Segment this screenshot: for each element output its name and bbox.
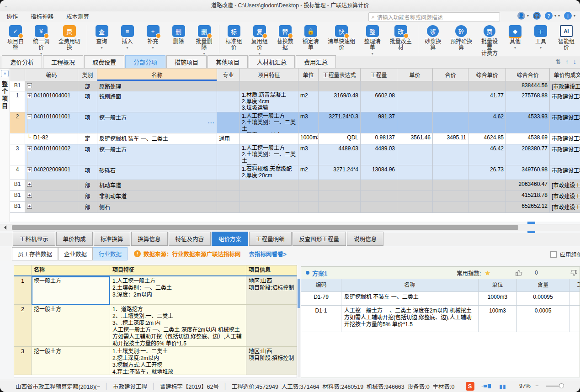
scrollbar-thumb[interactable] — [12, 225, 518, 230]
expand-toggle-icon[interactable]: + — [27, 182, 32, 187]
row-collapse-icon[interactable]: ⇅ — [555, 58, 561, 65]
subtab-员工存档数据[interactable]: 员工存档数据 — [12, 247, 58, 260]
toolbar-button-批量删除[interactable]: 删批量删除▾ — [192, 25, 217, 55]
scroll-left-arrow[interactable] — [2, 225, 6, 230]
column-header-单位[interactable]: 单位 — [298, 69, 319, 81]
expand-toggle-icon[interactable]: − — [27, 83, 32, 88]
expand-toggle-icon[interactable]: − — [27, 114, 32, 119]
left-table-scrollbar[interactable] — [298, 279, 300, 377]
tab-措施项目[interactable]: 措施项目 — [166, 55, 207, 68]
quick-access-icon[interactable]: ⌄ — [4, 0, 8, 11]
tab-费用汇总[interactable]: 费用汇总 — [296, 55, 336, 68]
expand-panel-button[interactable]: » — [1, 70, 9, 77]
subtab-行业数据[interactable]: 行业数据 — [93, 247, 128, 260]
tab-造价分析[interactable]: 造价分析 — [2, 55, 42, 68]
toolbar-button-插入[interactable]: ≡插入▾ — [115, 25, 140, 49]
column-header-工程量表达式[interactable]: 工程量表达式 — [319, 69, 361, 81]
detail-tab-换算信息[interactable]: 换算信息 — [131, 232, 168, 246]
toolbar-button-预拌砼换算[interactable]: 砼预拌砼换算 — [446, 25, 477, 55]
checkbox-icon[interactable] — [550, 251, 557, 258]
toolbar-button-标准组价[interactable]: 标标准组价 — [221, 25, 247, 55]
expand-toggle-icon[interactable]: + — [27, 204, 32, 209]
column-header-编码[interactable]: 编码 — [25, 69, 78, 81]
column-header-单价构成文件[interactable]: 单价构成文件 — [550, 69, 580, 81]
tab-分部分项[interactable]: 分部分项 — [125, 55, 165, 68]
glodon-logo-icon[interactable]: S — [466, 382, 474, 391]
move-up-icon[interactable]: ↑ — [565, 58, 569, 65]
tab-人材机汇总[interactable]: 人材机汇总 — [249, 55, 295, 68]
move-down-icon[interactable]: ↓ — [573, 58, 576, 65]
expand-toggle-icon[interactable]: + — [27, 146, 32, 151]
dropdown-caret-icon[interactable]: ▾ — [127, 46, 128, 49]
dropdown-caret-icon[interactable]: ▾ — [152, 46, 154, 49]
star-icon[interactable]: ★ — [484, 269, 490, 277]
pause-icon[interactable]: ▮▮ — [499, 383, 506, 390]
column-header-专业[interactable]: 专业 — [217, 69, 240, 81]
detail-tab-说明信息[interactable]: 说明信息 — [347, 232, 383, 246]
dropdown-caret-icon[interactable]: ▾ — [40, 52, 42, 55]
column-header-num[interactable] — [10, 69, 25, 81]
help-icon[interactable]: ? — [545, 12, 553, 20]
table-row[interactable]: 4+040202009001项砂砾石1.石料规格:天然级配 2.厚度:20cmm… — [10, 165, 580, 180]
toolbar-button-智能组价[interactable]: AI智能组价 — [553, 25, 579, 55]
column-header-综合合价[interactable]: 综合合价 — [506, 69, 550, 81]
toolbar-button-项目自检[interactable]: ✓项目自检 — [3, 25, 28, 55]
scrollbar-thumb[interactable] — [298, 279, 300, 308]
scheme-row[interactable]: 3挖一般土方1.土壤类别:一、二类土 2.挖土深度:2m以内 3.挖掘方式:人工… — [14, 347, 297, 375]
detail-tab-标准换算[interactable]: 标准换算 — [94, 232, 130, 246]
detail-tab-特征及内容[interactable]: 特征及内容 — [169, 232, 211, 246]
table-row[interactable]: B1+部非机动车道415218.78[市政建设工程] — [10, 191, 580, 202]
dropdown-caret-icon[interactable]: ▾ — [259, 52, 261, 55]
column-header-单价[interactable]: 单价 — [397, 69, 433, 81]
scheme-title[interactable]: 方案1 — [312, 269, 327, 277]
dropdown-caret-icon[interactable]: ▾ — [554, 14, 556, 18]
toolbar-button-全费用切换[interactable]: 费全费用切换 — [54, 25, 85, 55]
toolbar-button-统一调价[interactable]: ¥统一调价▾ — [28, 25, 54, 55]
tab-取费设置[interactable]: 取费设置 — [84, 55, 124, 68]
toolbar-button-删除[interactable]: 删删除 — [166, 25, 192, 49]
menu-item-协作[interactable]: 协作 — [0, 11, 24, 22]
expand-toggle-icon[interactable]: + — [27, 193, 32, 198]
dropdown-caret-icon[interactable]: ▾ — [203, 52, 205, 55]
subtab-企业数据[interactable]: 企业数据 — [58, 247, 93, 260]
quota-row[interactable]: D1-79反铲挖掘机 不装车 一、二类土1000m30.00095 — [301, 292, 580, 306]
user-avatar-icon[interactable]: 👤 — [517, 12, 525, 20]
column-header-名称[interactable]: 名称 — [97, 69, 217, 81]
column-header-项目特征[interactable]: 项目特征 — [240, 69, 298, 81]
toolbar-button-复用组价[interactable]: 复复用组价▾ — [247, 25, 272, 55]
table-row[interactable]: 3+040101001002项挖一般土方1.人工挖一般土方 2.土壤类别：一、二… — [10, 144, 580, 165]
zoom-slider-knob[interactable] — [559, 383, 564, 388]
dropdown-caret-icon[interactable]: ▾ — [574, 14, 575, 18]
table-row[interactable]: B1+部机动车道2063460.47[市政建设工程] — [10, 180, 580, 191]
toolbar-button-替换数据[interactable]: 替替换数据 — [272, 25, 298, 55]
detail-tab-工料机显示[interactable]: 工料机显示 — [13, 232, 55, 246]
table-row[interactable]: B1+部侧石652652.12[市政建设工程] — [10, 202, 580, 213]
toolbar-button-工具[interactable]: 工工具▾ — [528, 25, 553, 49]
dropdown-caret-icon[interactable]: ▾ — [372, 52, 373, 55]
tab-工程概况[interactable]: 工程概况 — [43, 55, 83, 68]
detail-tab-单价构成[interactable]: 单价构成 — [56, 232, 93, 246]
table-row[interactable]: └ D1-82定反铲挖掘机 装车 一、二类土通用1000m3QDL0.98137… — [10, 133, 580, 144]
toolbar-button-清单快速组价[interactable]: 快清单快速组价 — [324, 25, 360, 55]
scheme-row[interactable]: 2挖一般土方1、道路挖方 2、.土壤类别:一、二类土 3、.挖土深度:2m 内 … — [14, 305, 297, 347]
detail-tab-组价方案[interactable]: 组价方案 — [212, 232, 248, 246]
detail-tab-工程量明细[interactable]: 工程量明细 — [249, 232, 292, 246]
toolbar-button-整理清单[interactable]: 整整理清单▾ — [360, 25, 385, 55]
layout-toggle-icon[interactable]: - — [482, 384, 491, 388]
menu-item-成本测算[interactable]: 成本测算 — [60, 11, 96, 22]
toolbar-button-锁定清单[interactable]: 🔒锁定清单 — [298, 25, 324, 55]
toolbar-button-其他[interactable]: ◆其他▾ — [502, 25, 528, 49]
scheme-row[interactable]: 1挖一般土方1.人工挖一般土方 2.土壤类别：一、二类土 3.深度：2m以内地区… — [14, 275, 297, 305]
horizontal-scrollbar[interactable] — [0, 224, 580, 231]
thumbs-up-icon[interactable] — [515, 269, 523, 277]
thumbs-down-icon[interactable] — [570, 269, 578, 277]
toolbar-button-砂浆换算[interactable]: 浆砂浆换算 — [420, 25, 446, 55]
dropdown-caret-icon[interactable]: ▾ — [540, 46, 542, 49]
headset-icon[interactable]: 🎧 — [533, 12, 541, 20]
function-search-input[interactable]: ⌕ 请输入功能名称或问题描述 — [368, 12, 500, 21]
column-header-综合单价[interactable]: 综合单价 — [468, 69, 506, 81]
column-header-合价[interactable]: 合价 — [433, 69, 468, 81]
toolbar-button-批量改主材[interactable]: 改批量改主材 — [385, 25, 416, 55]
dropdown-caret-icon[interactable]: ▾ — [514, 46, 516, 49]
table-row[interactable]: 2−040101001001项挖一般土方···1.人工挖一般土方 2.土壤类别：… — [10, 112, 580, 133]
